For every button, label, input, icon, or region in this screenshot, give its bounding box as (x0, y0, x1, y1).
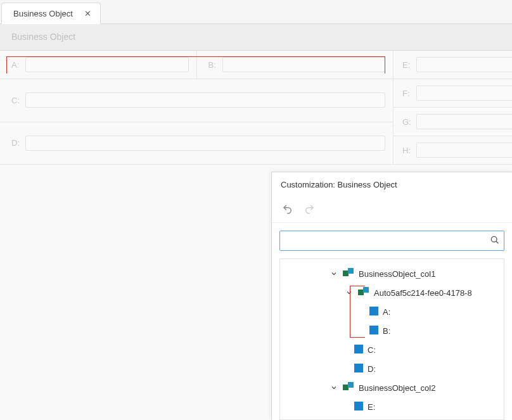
form-row-ab: A: B: (0, 51, 393, 79)
svg-rect-8 (354, 345, 363, 353)
tree-node-col1-group[interactable]: Auto5af5c214-fee0-4178-8 (280, 283, 504, 302)
svg-rect-10 (343, 385, 349, 390)
search-icon (490, 235, 500, 247)
field-b-label: B: (208, 60, 219, 70)
form-area: A: B: C: D: E: F: G: (0, 51, 512, 165)
tree-label: D: (368, 364, 376, 374)
field-h-input[interactable] (416, 143, 512, 158)
form-col-left: A: B: C: D: (0, 51, 393, 165)
field-a-label: A: (11, 60, 22, 70)
tab-business-object[interactable]: Business Object ✕ (1, 3, 101, 24)
tree-label: C: (368, 345, 376, 355)
search-input[interactable] (285, 231, 490, 250)
field-e-label: E: (402, 60, 413, 70)
svg-line-1 (496, 241, 498, 243)
field-f-label: F: (402, 89, 413, 98)
field-e: E: (393, 51, 512, 79)
tree-node-item-e[interactable]: E: (280, 397, 504, 416)
tree-node-item-a[interactable]: A: (280, 302, 504, 321)
tab-bar: Business Object ✕ (0, 0, 512, 24)
field-c-input[interactable] (25, 92, 385, 108)
field-e-input[interactable] (416, 57, 512, 72)
item-icon (369, 306, 379, 318)
field-b-input[interactable] (222, 57, 386, 72)
chevron-down-icon[interactable] (330, 384, 338, 391)
item-icon (354, 363, 364, 375)
item-icon (354, 401, 364, 413)
undo-icon (282, 203, 293, 215)
field-b: B: (197, 51, 394, 79)
popup-body: BusinessObject_col1 Auto5af5c214-fee0-41… (272, 222, 512, 420)
tree-label: A: (383, 307, 390, 317)
search-field[interactable] (279, 231, 504, 251)
tree-node-item-d[interactable]: D: (280, 359, 504, 378)
page-title: Business Object (11, 32, 75, 42)
tree-label: B: (383, 326, 390, 336)
group-icon (357, 286, 370, 300)
svg-rect-3 (348, 268, 354, 274)
tree-node-col1[interactable]: BusinessObject_col1 (280, 264, 504, 283)
tree-label: Auto5af5c214-fee0-4178-8 (374, 288, 472, 298)
svg-rect-11 (348, 382, 354, 388)
tree-scroll[interactable]: BusinessObject_col1 Auto5af5c214-fee0-41… (280, 259, 504, 419)
field-a-input[interactable] (25, 57, 189, 72)
popup-title: Customization: Business Object (272, 172, 512, 198)
popup-toolbar (272, 198, 512, 222)
redo-button[interactable] (302, 202, 316, 216)
item-icon (369, 325, 379, 337)
tab-label: Business Object (13, 9, 73, 18)
page-header: Business Object (0, 24, 512, 51)
tree-node-item-b[interactable]: B: (280, 321, 504, 340)
chevron-down-icon[interactable] (345, 289, 354, 296)
field-g-label: G: (402, 117, 413, 127)
svg-rect-5 (363, 287, 369, 293)
customization-popup: Customization: Business Object (271, 172, 512, 420)
tree-container: BusinessObject_col1 Auto5af5c214-fee0-41… (279, 258, 504, 420)
svg-rect-7 (369, 326, 378, 334)
undo-button[interactable] (281, 202, 295, 216)
field-c: C: (0, 79, 393, 122)
svg-rect-12 (354, 402, 363, 410)
tree-label: E: (368, 402, 375, 412)
tree-node-item-c[interactable]: C: (280, 340, 504, 359)
field-h: H: (393, 136, 512, 165)
field-d-input[interactable] (25, 136, 385, 151)
svg-rect-6 (369, 307, 378, 315)
group-icon (342, 267, 355, 281)
field-d: D: (0, 122, 393, 165)
field-h-label: H: (402, 146, 413, 155)
svg-point-0 (491, 236, 497, 242)
item-icon (354, 344, 364, 356)
svg-rect-4 (358, 290, 364, 295)
field-g-input[interactable] (416, 114, 512, 129)
chevron-down-icon[interactable] (330, 270, 338, 277)
group-icon (342, 381, 355, 395)
svg-rect-9 (354, 364, 363, 372)
field-d-label: D: (11, 138, 22, 148)
svg-rect-2 (343, 270, 349, 276)
tree-label: BusinessObject_col2 (359, 383, 435, 393)
field-c-label: C: (11, 96, 22, 105)
field-a: A: (0, 51, 197, 79)
field-f-input[interactable] (416, 86, 512, 101)
close-icon[interactable]: ✕ (84, 10, 91, 18)
field-f: F: (393, 79, 512, 108)
redo-icon (304, 203, 315, 215)
tree-label: BusinessObject_col1 (359, 269, 435, 279)
tree-node-col2[interactable]: BusinessObject_col2 (280, 378, 504, 397)
field-g: G: (393, 108, 512, 136)
form-col-right: E: F: G: H: (393, 51, 512, 165)
